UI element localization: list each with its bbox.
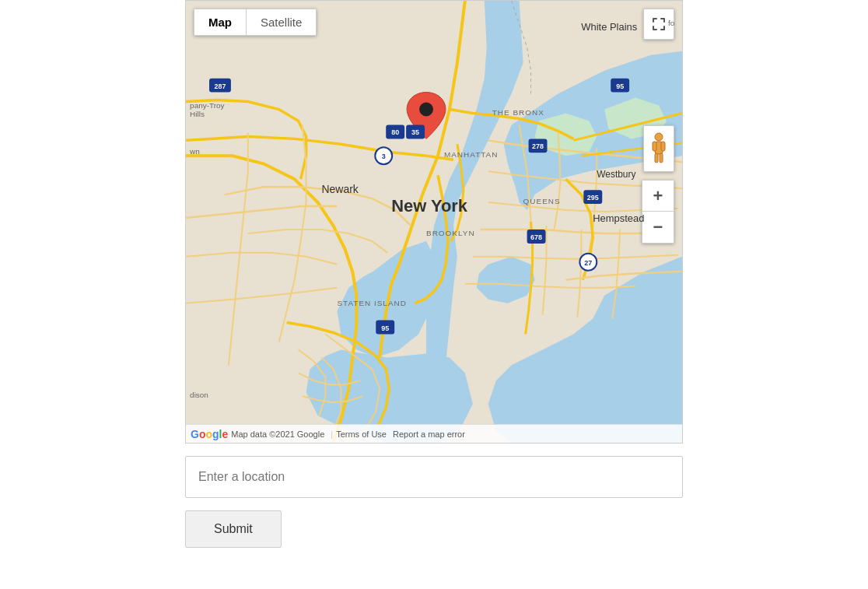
location-input[interactable] — [185, 456, 683, 498]
map-type-map-button[interactable]: Map — [194, 9, 247, 35]
map-type-control: Map Satellite — [194, 9, 317, 36]
fullscreen-button[interactable] — [643, 9, 674, 40]
map-footer: Google Map data ©2021 Google | Terms of … — [186, 424, 682, 443]
svg-rect-5 — [661, 142, 665, 151]
map-container: Map Satellite + — [185, 0, 683, 444]
zoom-in-button[interactable]: + — [642, 181, 674, 212]
page-container: Map Satellite + — [0, 0, 868, 548]
location-input-wrapper — [185, 456, 683, 498]
pegman-button[interactable] — [643, 125, 674, 172]
zoom-controls: + − — [642, 180, 674, 244]
svg-rect-6 — [655, 153, 658, 163]
report-map-error-link[interactable]: Report a map error — [393, 429, 465, 439]
map-attribution-text: Map data ©2021 Google — [231, 429, 324, 439]
submit-wrapper: Submit — [185, 510, 683, 548]
svg-rect-4 — [653, 142, 656, 151]
submit-button[interactable]: Submit — [185, 510, 282, 548]
terms-of-use-link[interactable]: Terms of Use — [336, 429, 387, 439]
svg-point-2 — [655, 133, 663, 141]
svg-point-1 — [419, 103, 433, 117]
google-logo: Google — [191, 428, 228, 440]
svg-rect-7 — [660, 153, 663, 163]
zoom-out-button[interactable]: − — [642, 212, 674, 243]
map-type-satellite-button[interactable]: Satellite — [247, 9, 316, 35]
